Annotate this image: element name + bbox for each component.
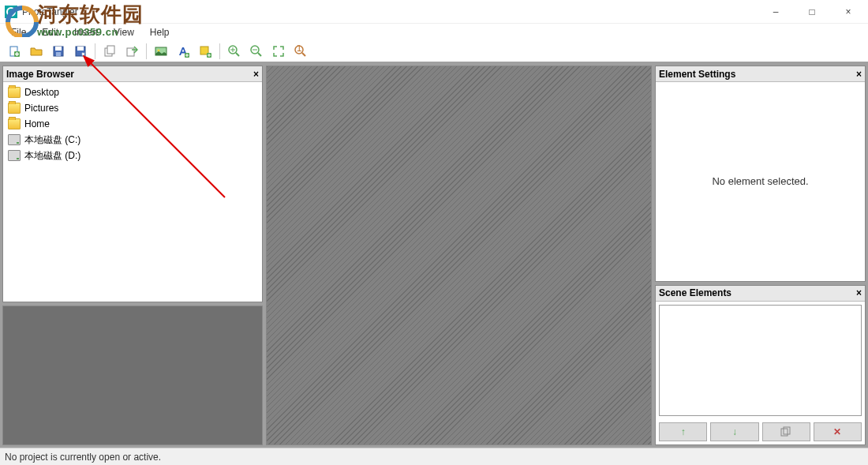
scene-buttons: ↑ ↓ ✕ <box>656 419 865 444</box>
image-browser-tree[interactable]: Desktop Pictures Home 本地磁盘 (C:) 本地磁盘 (D:… <box>3 82 262 302</box>
toolbar-separator <box>219 43 220 59</box>
insert-image-button[interactable] <box>152 42 170 61</box>
tree-item-drive-c[interactable]: 本地磁盘 (C:) <box>3 132 262 148</box>
left-column: Image Browser × Desktop Pictures Home 本地… <box>2 66 263 445</box>
titlebar: PhotoTangler – □ × <box>0 0 868 24</box>
minimize-button[interactable]: – <box>758 0 794 24</box>
scene-elements-panel: Scene Elements × ↑ ↓ ✕ <box>655 285 866 445</box>
maximize-button[interactable]: □ <box>794 0 830 24</box>
delete-element-button[interactable]: ✕ <box>814 422 862 441</box>
drive-icon <box>8 134 21 145</box>
open-button[interactable] <box>27 42 46 61</box>
folder-icon <box>8 118 21 129</box>
svg-text:1: 1 <box>297 45 302 54</box>
menu-help[interactable]: Help <box>142 25 178 39</box>
move-down-button[interactable]: ↓ <box>710 422 758 441</box>
tree-label: Pictures <box>24 103 58 114</box>
svg-rect-4 <box>56 52 61 56</box>
menubar: File Edit Insert View Help <box>0 24 868 41</box>
element-settings-close-icon[interactable]: × <box>856 69 862 80</box>
drive-icon <box>8 150 21 161</box>
tree-item-home[interactable]: Home <box>3 116 262 132</box>
window-buttons: – □ × <box>758 0 866 24</box>
menu-file[interactable]: File <box>3 25 34 39</box>
element-settings-header: Element Settings × <box>656 66 865 82</box>
element-settings-panel: Element Settings × No element selected. <box>655 66 866 282</box>
toolbar-separator <box>95 43 95 59</box>
scene-elements-list[interactable] <box>659 305 862 416</box>
image-browser-panel: Image Browser × Desktop Pictures Home 本地… <box>2 66 263 302</box>
tree-label: 本地磁盘 (D:) <box>24 149 80 163</box>
svg-rect-19 <box>781 429 788 436</box>
menu-edit[interactable]: Edit <box>34 25 66 39</box>
element-settings-empty: No element selected. <box>656 82 865 281</box>
right-column: Element Settings × No element selected. … <box>655 66 866 445</box>
toolbar: 1 <box>0 41 868 63</box>
duplicate-button[interactable] <box>100 42 119 61</box>
save-button[interactable] <box>49 42 68 61</box>
statusbar: No project is currently open or active. <box>0 448 868 465</box>
zoom-fit-button[interactable] <box>269 42 288 61</box>
duplicate-element-button[interactable] <box>762 422 810 441</box>
tree-label: Desktop <box>24 87 59 98</box>
element-settings-title: Element Settings <box>659 69 735 80</box>
folder-icon <box>8 87 21 98</box>
workspace: Image Browser × Desktop Pictures Home 本地… <box>0 63 868 448</box>
scene-elements-close-icon[interactable]: × <box>856 287 862 298</box>
move-up-button[interactable]: ↑ <box>659 422 707 441</box>
tree-item-desktop[interactable]: Desktop <box>3 84 262 100</box>
export-button[interactable] <box>122 42 141 61</box>
svg-rect-20 <box>784 427 790 434</box>
app-title: PhotoTangler <box>22 6 78 17</box>
svg-rect-6 <box>77 47 84 51</box>
image-browser-close-icon[interactable]: × <box>253 69 259 80</box>
tree-label: 本地磁盘 (C:) <box>24 133 80 147</box>
new-project-button[interactable] <box>5 42 24 61</box>
menu-insert[interactable]: Insert <box>66 25 106 39</box>
scene-elements-header: Scene Elements × <box>656 286 865 302</box>
preview-pane <box>2 306 263 445</box>
image-browser-title: Image Browser <box>6 69 74 80</box>
scene-elements-title: Scene Elements <box>659 287 731 298</box>
menu-view[interactable]: View <box>106 25 142 39</box>
save-as-button[interactable] <box>71 42 90 61</box>
insert-text-button[interactable] <box>174 42 193 61</box>
tree-item-drive-d[interactable]: 本地磁盘 (D:) <box>3 148 262 163</box>
insert-shape-button[interactable] <box>196 42 215 61</box>
zoom-actual-button[interactable]: 1 <box>291 42 310 61</box>
folder-icon <box>8 103 21 114</box>
status-text: No project is currently open or active. <box>5 452 161 463</box>
tree-label: Home <box>24 118 50 129</box>
tree-item-pictures[interactable]: Pictures <box>3 100 262 116</box>
center-column <box>266 66 652 445</box>
app-icon <box>5 6 17 18</box>
zoom-out-button[interactable] <box>247 42 266 61</box>
canvas[interactable] <box>266 66 652 445</box>
zoom-in-button[interactable] <box>225 42 244 61</box>
close-button[interactable]: × <box>830 0 866 24</box>
toolbar-separator <box>146 43 147 59</box>
image-browser-header: Image Browser × <box>3 66 262 82</box>
svg-rect-8 <box>107 46 114 54</box>
svg-rect-3 <box>55 47 62 51</box>
